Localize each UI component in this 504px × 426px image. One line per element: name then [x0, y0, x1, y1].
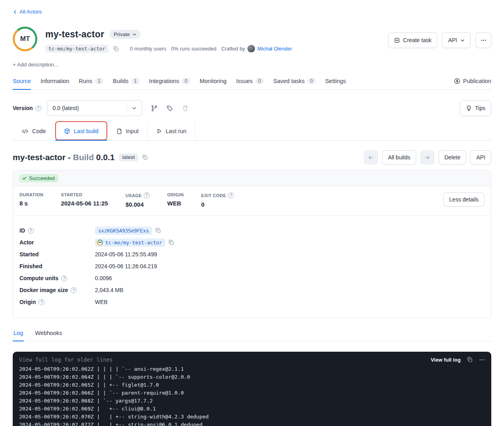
actor-avatar: MT — [13, 27, 37, 51]
tab-issues[interactable]: Issues0 — [236, 75, 264, 89]
all-builds-button[interactable]: All builds — [382, 150, 416, 165]
chevron-down-icon — [132, 32, 137, 37]
log-tabs: Log Webhooks — [13, 327, 491, 341]
runs-succeeded-text: 0% runs succeeded — [171, 46, 216, 52]
chevron-down-icon — [460, 38, 465, 43]
build-title: my-test-actor - Build 0.0.1 latest — [13, 153, 148, 162]
log-line: 2024-05-06T09:26:02.072Z | | +-- strip-a… — [19, 421, 485, 426]
copy-log-button[interactable] — [467, 357, 473, 362]
api-build-button[interactable]: API — [470, 150, 491, 165]
build-card: Succeeded DURATION 8 s STARTED 2024-05-0… — [13, 170, 491, 318]
lightbulb-icon — [466, 105, 472, 111]
version-select[interactable]: 0.0 (latest) — [47, 100, 142, 116]
more-button[interactable] — [475, 32, 491, 48]
author-link[interactable]: Michał Olender — [257, 46, 292, 52]
help-icon[interactable]: ? — [144, 192, 150, 198]
tab-monitoring[interactable]: Monitoring — [200, 75, 227, 89]
copy-handle-button[interactable] — [113, 46, 119, 52]
breadcrumb-label: All Actors — [19, 9, 42, 15]
tab-count-badge: 1 — [131, 78, 140, 84]
help-icon[interactable]: ? — [39, 299, 44, 305]
add-description-link[interactable]: + Add description... — [13, 62, 58, 68]
document-icon — [116, 128, 122, 134]
api-button[interactable]: API — [442, 32, 471, 48]
actor-header: MT my-test-actor Private tc-mo/my-test-a… — [13, 27, 491, 53]
monthly-users-text: 0 monthly users — [130, 46, 166, 52]
tab-saved-tasks[interactable]: Saved tasks0 — [273, 75, 316, 89]
log-line: 2024-05-06T09:26:02.066Z | | `-- parent-… — [19, 389, 485, 397]
less-details-button[interactable]: Less details — [443, 192, 485, 207]
stat-exit-code: EXIT CODE? 0 — [201, 192, 234, 208]
actor-link-pill[interactable]: MT tc-mo/my-test-actor — [95, 238, 165, 247]
log-more-button[interactable] — [479, 357, 485, 363]
subtab-input[interactable]: Input — [108, 122, 148, 140]
task-icon — [394, 37, 400, 43]
publication-button[interactable]: Publication — [454, 75, 491, 89]
arrow-left-icon — [368, 155, 374, 161]
version-label: Version — [13, 105, 33, 111]
tab-runs[interactable]: Runs1 — [79, 75, 104, 89]
log-line: 2024-05-06T09:26:02.068Z | `-- yargs@17.… — [19, 397, 485, 405]
copy-build-button[interactable] — [142, 155, 148, 160]
next-build-button[interactable] — [420, 150, 434, 165]
build-log-terminal: View full log for older lines View full … — [13, 352, 491, 426]
stat-started: STARTED 2024-05-06 11:25 — [61, 192, 108, 207]
version-bar: Version ? 0.0 (latest) Tips — [13, 100, 491, 116]
main-tabs: Source Information Runs1 Builds1 Integra… — [13, 75, 491, 90]
help-icon[interactable]: ? — [228, 192, 234, 198]
create-task-button[interactable]: Create task — [388, 32, 438, 48]
view-older-lines-button[interactable]: View full log for older lines — [19, 356, 113, 363]
subtab-last-build[interactable]: Last build — [55, 122, 108, 140]
stat-duration: DURATION 8 s — [19, 192, 43, 207]
prev-build-button[interactable] — [364, 150, 378, 165]
tab-webhooks[interactable]: Webhooks — [34, 327, 63, 341]
chevron-down-icon — [127, 103, 142, 113]
copy-actor-button[interactable] — [168, 240, 174, 245]
log-line: 2024-05-06T09:26:02.064Z | | | `-- suppo… — [19, 373, 485, 381]
log-line: 2024-05-06T09:26:02.065Z | | +-- figlet@… — [19, 381, 485, 389]
detail-row-finished: Finished 2024-05-06 11:26:04.219 — [19, 260, 485, 272]
detail-row-origin: Origin? WEB — [19, 296, 485, 308]
detail-row-id: ID? sxzKGK5A93Se9FExs — [19, 225, 485, 236]
log-line: 2024-05-06T09:26:02.062Z | | | | `-- ans… — [19, 365, 485, 373]
tab-count-badge: 0 — [307, 78, 316, 84]
help-icon[interactable]: ? — [71, 287, 77, 293]
tab-source[interactable]: Source — [13, 75, 31, 89]
help-icon[interactable]: ? — [35, 105, 41, 111]
build-header: my-test-actor - Build 0.0.1 latest All b… — [13, 150, 491, 165]
tab-settings[interactable]: Settings — [325, 75, 346, 89]
view-full-log-button[interactable]: View full log — [431, 357, 461, 363]
tab-information[interactable]: Information — [41, 75, 70, 89]
author-avatar — [247, 45, 255, 52]
tab-count-badge: 1 — [95, 78, 103, 84]
tab-log[interactable]: Log — [13, 327, 24, 341]
actor-handle-pill[interactable]: tc-mo/my-test-actor — [45, 45, 108, 53]
detail-row-actor: Actor MT tc-mo/my-test-actor — [19, 236, 485, 248]
branch-icon[interactable] — [151, 105, 158, 112]
chevron-left-icon — [13, 10, 17, 14]
copy-id-button[interactable] — [155, 228, 161, 233]
tips-button[interactable]: Tips — [460, 100, 491, 116]
page-title: my-test-actor — [45, 29, 104, 40]
stat-usage: USAGE? $0.004 — [126, 192, 150, 208]
breadcrumb-back-link[interactable]: All Actors — [13, 9, 42, 15]
tab-integrations[interactable]: Integrations0 — [149, 75, 190, 89]
stat-origin: ORIGIN WEB — [167, 192, 184, 207]
trash-icon — [182, 105, 189, 112]
subtab-last-run[interactable]: Last run — [148, 122, 195, 140]
visibility-badge[interactable]: Private — [110, 30, 140, 39]
detail-row-compute-units: Compute units? 0.0096 — [19, 272, 485, 284]
actor-mini-avatar: MT — [97, 240, 103, 246]
help-icon[interactable]: ? — [61, 275, 67, 281]
check-icon — [22, 176, 27, 180]
detail-row-started: Started 2024-05-06 11:25:55.499 — [19, 248, 485, 260]
help-icon[interactable]: ? — [28, 228, 34, 234]
ellipsis-icon — [481, 37, 487, 43]
tab-builds[interactable]: Builds1 — [113, 75, 139, 89]
dollar-circle-icon — [454, 78, 460, 84]
tag-icon[interactable] — [166, 105, 173, 112]
build-id-pill[interactable]: sxzKGK5A93Se9FExs — [95, 227, 152, 235]
subtab-code[interactable]: Code — [13, 122, 55, 140]
status-badge: Succeeded — [19, 174, 58, 182]
delete-button[interactable]: Delete — [438, 150, 466, 165]
